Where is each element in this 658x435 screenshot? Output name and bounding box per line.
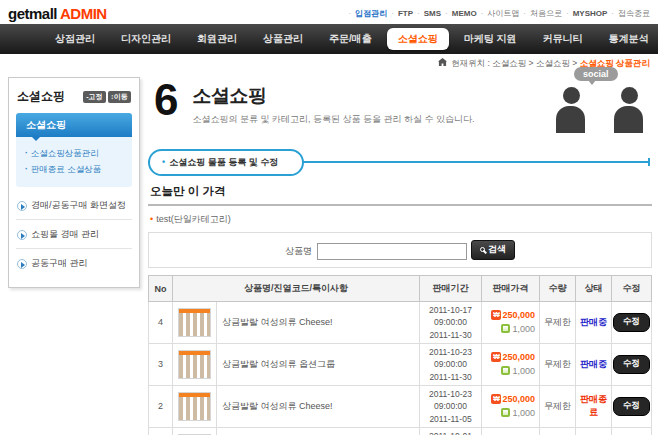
- utility-link[interactable]: 입점관리: [345, 8, 388, 19]
- sidebar-menu: 경매/공동구매 화면설정 쇼핑몰 경매 관리 공동구매 관리: [16, 191, 132, 277]
- products-table: No 상품명/진열코드/특이사항 판매기간 판매가격 수량 상태 수정 4 상큼…: [148, 275, 652, 435]
- point-value: 1,000: [512, 408, 535, 418]
- nav-item[interactable]: 주문/매출: [316, 28, 385, 50]
- nav-item[interactable]: 회원관리: [184, 28, 250, 50]
- breadcrumb-label: 현재위치 :: [451, 58, 490, 68]
- utility-links: 입점관리 FTP SMS MEMO 사이트맵 처음으로 MYSHOP 접속종료: [345, 8, 650, 19]
- search-button[interactable]: 검색: [471, 240, 515, 260]
- column-header-no: No: [149, 276, 173, 302]
- move-badge[interactable]: ↕이동: [108, 91, 132, 103]
- currency-icon: ₩: [491, 394, 501, 404]
- status-badge: 판매중: [580, 317, 607, 327]
- table-row: 2 상큼발랄 여성의류 Cheese! 2011-10-23 09:00:00 …: [149, 385, 652, 427]
- nav-item[interactable]: 상품관리: [250, 28, 316, 50]
- search-input[interactable]: [317, 243, 467, 260]
- category-note: test(단일카테고리): [150, 213, 652, 226]
- sidebar: 소셜쇼핑 -고정 ↕이동 소셜쇼핑 소셜쇼핑상품관리 판매종료 소셜상품 경매/…: [8, 77, 140, 288]
- quantity: 무제한: [540, 385, 576, 427]
- home-icon: [438, 58, 447, 67]
- utility-link[interactable]: MYSHOP: [562, 9, 607, 18]
- edit-button[interactable]: 수정: [613, 397, 650, 416]
- table-header-row: No 상품명/진열코드/특이사항 판매기간 판매가격 수량 상태 수정: [149, 276, 652, 302]
- sale-price: ₩250,000 1,000: [482, 302, 540, 344]
- sidebar-menu-item[interactable]: 쇼핑몰 경매 관리: [16, 220, 132, 249]
- sale-price: ₩250,000 1,000: [482, 343, 540, 385]
- section-subtitle: 오늘만 이 가격: [148, 184, 652, 206]
- utility-link[interactable]: FTP: [387, 9, 413, 18]
- edit-button[interactable]: 수정: [613, 355, 650, 374]
- page-description: 소셜쇼핑의 분류 및 카테고리, 등록된 상품 등을 관리 하실 수 있습니다.: [192, 113, 474, 126]
- arrow-circle-icon: [17, 259, 27, 269]
- point-icon: [501, 324, 510, 333]
- nav-item[interactable]: 커뮤니티: [530, 28, 596, 50]
- table-row: 3 상큼발랄 여성의류 옵션그룹 2011-10-23 09:00:00 201…: [149, 343, 652, 385]
- table-row: 4 상큼발랄 여성의류 Cheese! 2011-10-17 09:00:00 …: [149, 302, 652, 344]
- product-name: 상큼발랄 여성의류 Cheese!: [217, 302, 420, 344]
- search-label: 상품명: [285, 246, 312, 256]
- point-value: 1,000: [512, 324, 535, 334]
- search-panel: 상품명검색: [148, 232, 652, 268]
- social-illustration: social: [550, 67, 646, 133]
- thumbnail-cell: [173, 302, 217, 344]
- nav-item[interactable]: 디자인관리: [108, 28, 184, 50]
- sale-period: 2011-10-17 09:00:00 2011-11-30: [420, 302, 482, 344]
- page-title: 소셜쇼핑: [192, 83, 474, 109]
- person-left-icon: [556, 87, 586, 133]
- column-header-edit: 수정: [612, 276, 652, 302]
- person-right-icon: [614, 87, 644, 133]
- search-icon: [480, 247, 485, 252]
- product-name: 상큼발랄 여성의류 Cheese!: [217, 427, 420, 435]
- edit-button[interactable]: 수정: [613, 313, 650, 332]
- sale-price: ₩250,000 1,000: [482, 385, 540, 427]
- nav-item[interactable]: 상점관리: [42, 28, 108, 50]
- utility-link[interactable]: 접속종료: [607, 8, 650, 19]
- sidebar-submenu-item[interactable]: 소셜쇼핑상품관리: [25, 146, 123, 162]
- quantity: 무제한: [540, 427, 576, 435]
- utility-link[interactable]: MEMO: [441, 9, 477, 18]
- arrow-circle-icon: [17, 201, 27, 211]
- currency-icon: ₩: [491, 310, 501, 320]
- point-icon: [501, 366, 510, 375]
- nav-item[interactable]: 소셜쇼핑: [387, 28, 449, 50]
- table-row: 1 상큼발랄 여성의류 Cheese! 2011-10-01 09:00:00 …: [149, 427, 652, 435]
- sale-period: 2011-10-01 09:00:00 2011-10-22: [420, 427, 482, 435]
- section-tab[interactable]: 소셜쇼핑 물품 등록 및 수정: [148, 149, 304, 176]
- sale-price: ₩250,000 1,000: [482, 427, 540, 435]
- status-badge: 판매중: [580, 359, 607, 369]
- arrow-circle-icon: [17, 230, 27, 240]
- currency-icon: ₩: [491, 352, 501, 362]
- main-content: 6 소셜쇼핑 소셜쇼핑의 분류 및 카테고리, 등록된 상품 등을 관리 하실 …: [140, 75, 656, 435]
- sidebar-active-menu[interactable]: 소셜쇼핑: [16, 113, 132, 137]
- section-tab-row: 소셜쇼핑 물품 등록 및 수정: [148, 149, 652, 175]
- price-value: 250,000: [502, 352, 535, 362]
- utility-link[interactable]: 처음으로: [519, 8, 562, 19]
- point-value: 1,000: [512, 366, 535, 376]
- utility-link[interactable]: SMS: [413, 9, 441, 18]
- utility-link[interactable]: 사이트맵: [477, 8, 520, 19]
- nav-item[interactable]: 마케팅 지원: [451, 28, 530, 50]
- product-thumbnail: [178, 392, 211, 421]
- main-nav: 상점관리 디자인관리 회원관리 상품관리 주문/매출 소셜쇼핑 마케팅 지원 커…: [0, 24, 658, 54]
- product-thumbnail: [178, 350, 211, 379]
- row-number: 1: [149, 427, 173, 435]
- price-value: 250,000: [502, 394, 535, 404]
- thumbnail-cell: [173, 385, 217, 427]
- speech-bubble: social: [574, 67, 618, 81]
- column-header-price: 판매가격: [482, 276, 540, 302]
- quantity: 무제한: [540, 343, 576, 385]
- product-name: 상큼발랄 여성의류 옵션그룹: [217, 343, 420, 385]
- point-icon: [501, 408, 510, 417]
- sidebar-title: 소셜쇼핑: [17, 88, 65, 105]
- thumbnail-cell: [173, 343, 217, 385]
- sale-period: 2011-10-23 09:00:00 2011-11-05: [420, 385, 482, 427]
- sidebar-submenu-item[interactable]: 판매종료 소셜상품: [25, 162, 123, 178]
- product-thumbnail: [178, 308, 211, 337]
- nav-item[interactable]: 통계분석: [596, 28, 658, 50]
- pin-badge[interactable]: -고정: [83, 91, 105, 103]
- row-number: 2: [149, 385, 173, 427]
- sidebar-menu-item[interactable]: 공동구매 관리: [16, 249, 132, 277]
- sidebar-menu-item[interactable]: 경매/공동구매 화면설정: [16, 191, 132, 220]
- page-number: 6: [154, 79, 178, 139]
- column-header-status: 상태: [576, 276, 612, 302]
- quantity: 무제한: [540, 302, 576, 344]
